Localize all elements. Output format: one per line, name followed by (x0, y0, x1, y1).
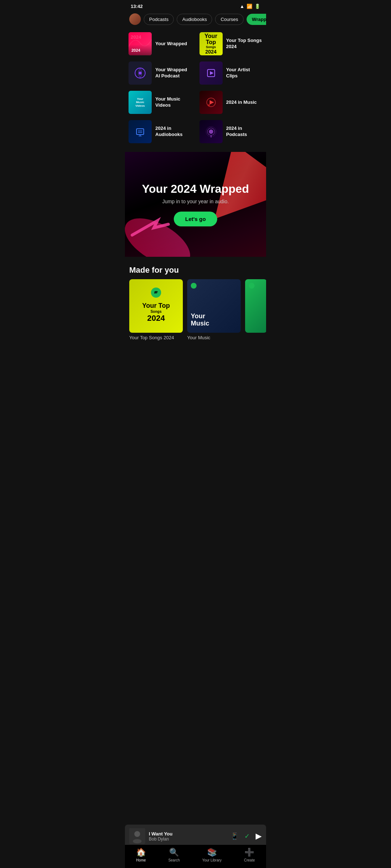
card-label-your-music: Your Music (187, 335, 241, 340)
card-thumb-top-songs: Your Top Songs 2024 (129, 279, 183, 333)
thumb-music-videos: YourMusicVideos (129, 91, 152, 114)
grid-label-artist-clips: Your Artist Clips (226, 67, 263, 79)
grid-label-audiobooks: 2024 in Audiobooks (155, 125, 192, 138)
spotify-logo-icon (151, 288, 161, 298)
grid-item-top-songs[interactable]: Your Top Songs 2024 Your Top Songs 2024 (196, 29, 266, 58)
card-thumb-partial (245, 279, 266, 333)
tab-courses[interactable]: Courses (215, 14, 243, 25)
hero-banner: Your 2024 Wrapped Jump in to your year i… (125, 152, 266, 257)
card-thumb-music: YourMusic (187, 279, 241, 333)
card-label-top-songs: Your Top Songs 2024 (129, 335, 183, 340)
lets-go-button[interactable]: Let's go (174, 212, 218, 226)
svg-marker-4 (210, 71, 214, 75)
wrapped-grid: 2024 Your Wrapped Your Top Songs 2024 Yo… (125, 29, 266, 149)
thumb-2024-music (199, 91, 223, 114)
made-for-you-title: Made for you (125, 260, 266, 279)
thumb-top-songs: Your Top Songs 2024 (199, 32, 223, 55)
made-for-you-scroll: Your Top Songs 2024 Your Top Songs 2024 … (125, 279, 266, 346)
avatar-tab[interactable] (129, 13, 141, 25)
tab-audiobooks[interactable]: Audiobooks (177, 14, 212, 25)
grid-label-top-songs: Your Top Songs 2024 (226, 38, 263, 50)
grid-item-ai-podcast[interactable]: Your Wrapped AI Podcast (125, 59, 196, 88)
thumb-audiobooks (129, 120, 152, 143)
hero-subtitle: Jump in to your year in audio. (142, 199, 249, 204)
wifi-icon: ▲ (240, 4, 244, 9)
status-time: 13:42 (131, 4, 143, 9)
grid-label-your-wrapped: Your Wrapped (155, 41, 187, 47)
thumb-podcasts (199, 120, 223, 143)
signal-icon: 📶 (247, 4, 252, 9)
card-your-music[interactable]: YourMusic Your Music (187, 279, 241, 340)
status-bar: 13:42 ▲ 📶 🔋 (125, 0, 266, 11)
svg-point-14 (153, 290, 159, 295)
thumb-ai-podcast (129, 61, 152, 85)
filter-tabs: Podcasts Audiobooks Courses Wrapped (125, 11, 266, 29)
svg-point-2 (139, 72, 142, 75)
grid-item-audiobooks[interactable]: 2024 in Audiobooks (125, 117, 196, 146)
battery-icon: 🔋 (255, 4, 260, 9)
grid-label-music-videos: Your Music Videos (155, 96, 192, 109)
grid-item-music-videos[interactable]: YourMusicVideos Your Music Videos (125, 88, 196, 117)
card-top-songs[interactable]: Your Top Songs 2024 Your Top Songs 2024 (129, 279, 183, 340)
hero-title: Your 2024 Wrapped (142, 182, 249, 196)
tab-wrapped[interactable]: Wrapped (247, 14, 266, 25)
svg-rect-7 (136, 129, 144, 135)
grid-item-podcasts[interactable]: 2024 in Podcasts (196, 117, 266, 146)
thumb-your-wrapped: 2024 (129, 32, 152, 55)
hero-content: Your 2024 Wrapped Jump in to your year i… (135, 182, 256, 226)
grid-label-2024-music: 2024 in Music (226, 99, 257, 106)
card-partial[interactable] (245, 279, 266, 340)
grid-item-artist-clips[interactable]: Your Artist Clips (196, 59, 266, 88)
status-icons: ▲ 📶 🔋 (240, 4, 260, 9)
svg-point-16 (249, 283, 255, 289)
svg-point-6 (208, 104, 210, 106)
grid-item-your-wrapped[interactable]: 2024 Your Wrapped (125, 29, 196, 58)
grid-item-2024-music[interactable]: 2024 in Music (196, 88, 266, 117)
svg-point-10 (209, 129, 213, 134)
spotify-logo-music-icon (191, 283, 197, 290)
grid-label-ai-podcast: Your Wrapped AI Podcast (155, 67, 192, 79)
svg-point-15 (191, 283, 197, 289)
thumb-artist-clips (199, 61, 223, 85)
tab-podcasts[interactable]: Podcasts (144, 14, 174, 25)
grid-label-podcasts: 2024 in Podcasts (226, 125, 263, 138)
